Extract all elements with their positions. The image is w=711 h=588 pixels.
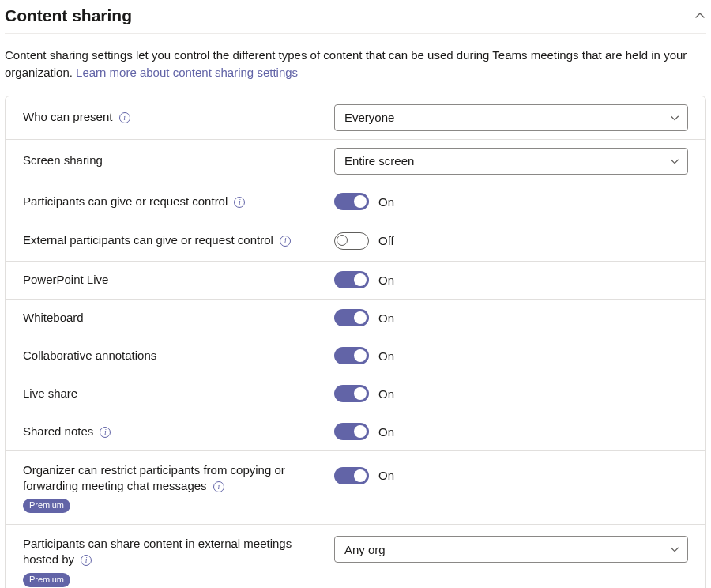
toggle-whiteboard[interactable] [334,309,369,326]
info-icon[interactable] [234,197,245,208]
row-collaborative-annotations: Collaborative annotations On [6,337,705,375]
toggle-state-label: On [378,425,394,439]
toggle-powerpoint-live[interactable] [334,271,369,288]
chevron-up-icon [694,9,706,22]
toggle-state-label: On [378,273,394,287]
row-whiteboard: Whiteboard On [6,300,705,337]
row-powerpoint-live: PowerPoint Live On [6,262,705,300]
toggle-state-label: On [378,311,394,325]
label-who-can-present: Who can present [23,110,112,123]
toggle-live-share[interactable] [334,385,369,402]
info-icon[interactable] [81,555,92,566]
select-value: Any org [344,543,386,556]
info-icon[interactable] [280,236,291,247]
toggle-state-label: Off [378,234,394,247]
label-live-share: Live share [23,386,77,400]
section-description: Content sharing settings let you control… [5,47,706,81]
row-share-external: Participants can share content in extern… [6,525,705,588]
select-share-external[interactable]: Any org [334,536,688,563]
select-who-can-present[interactable]: Everyone [334,104,688,131]
toggle-give-request-control[interactable] [334,193,369,210]
toggle-state-label: On [378,349,394,363]
label-shared-notes: Shared notes [23,424,93,438]
label-whiteboard: Whiteboard [23,311,84,324]
label-screen-sharing: Screen sharing [23,153,103,167]
toggle-shared-notes[interactable] [334,423,369,440]
label-share-external: Participants can share content in extern… [23,537,292,566]
row-external-give-request-control: External participants can give or reques… [6,221,705,262]
row-give-request-control: Participants can give or request control… [6,183,705,221]
label-collaborative-annotations: Collaborative annotations [23,349,156,362]
toggle-restrict-copy-forward[interactable] [334,467,369,484]
section-header[interactable]: Content sharing [5,3,706,34]
select-screen-sharing[interactable]: Entire screen [334,148,688,175]
row-shared-notes: Shared notes On [6,413,705,451]
label-powerpoint-live: PowerPoint Live [23,273,108,286]
toggle-external-give-request-control[interactable] [334,232,369,250]
info-icon[interactable] [119,112,130,123]
row-restrict-copy-forward: Organizer can restrict participants from… [6,451,705,526]
label-give-request-control: Participants can give or request control [23,194,228,208]
info-icon[interactable] [213,481,224,492]
row-screen-sharing: Screen sharing Entire screen [6,140,705,183]
label-restrict-copy-forward: Organizer can restrict participants from… [23,463,285,492]
row-live-share: Live share On [6,375,705,413]
premium-badge: Premium [23,499,70,513]
toggle-state-label: On [378,469,394,482]
premium-badge: Premium [23,573,70,587]
toggle-collaborative-annotations[interactable] [334,347,369,364]
row-who-can-present: Who can present Everyone [6,96,705,140]
section-title: Content sharing [5,6,132,25]
toggle-state-label: On [378,387,394,401]
toggle-state-label: On [378,195,394,209]
learn-more-link[interactable]: Learn more about content sharing setting… [76,66,298,79]
select-value: Entire screen [344,154,414,168]
select-value: Everyone [344,111,394,124]
settings-card: Who can present Everyone Screen sharing … [5,96,706,589]
label-external-give-request-control: External participants can give or reques… [23,233,273,247]
info-icon[interactable] [100,427,111,438]
